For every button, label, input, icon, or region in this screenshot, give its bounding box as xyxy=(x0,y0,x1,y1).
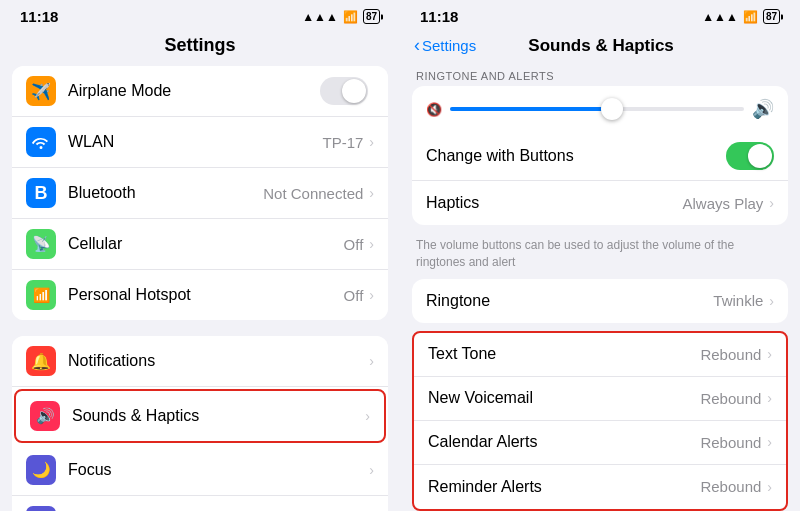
reminder-alerts-value: Rebound xyxy=(700,478,761,495)
right-signal-icon: ▲▲▲ xyxy=(702,10,738,24)
volume-slider-thumb[interactable] xyxy=(601,98,623,120)
right-battery-indicator: 87 xyxy=(763,9,780,24)
hotspot-value: Off xyxy=(344,287,364,304)
signal-icon: ▲▲▲ xyxy=(302,10,338,24)
right-status-bar: 11:18 ▲▲▲ 📶 87 xyxy=(400,0,800,29)
haptics-value: Always Play xyxy=(682,195,763,212)
left-status-icons: ▲▲▲ 📶 87 xyxy=(302,9,380,24)
text-tone-chevron: › xyxy=(767,346,772,362)
ringtone-label: Ringtone xyxy=(426,292,713,310)
cellular-label: Cellular xyxy=(68,235,344,253)
volume-slider-track[interactable] xyxy=(450,107,744,111)
ringtone-group: Ringtone Twinkle › xyxy=(412,279,788,323)
wlan-label: WLAN xyxy=(68,133,322,151)
row-hotspot[interactable]: 📶 Personal Hotspot Off › xyxy=(12,270,388,320)
wlan-chevron: › xyxy=(369,134,374,150)
volume-slider-fill xyxy=(450,107,612,111)
reminder-alerts-label: Reminder Alerts xyxy=(428,478,700,496)
sounds-chevron: › xyxy=(365,408,370,424)
airplane-label: Airplane Mode xyxy=(68,82,320,100)
airplane-toggle[interactable] xyxy=(320,77,368,105)
row-screen-time[interactable]: ⏱ Screen Time › xyxy=(12,496,388,511)
back-chevron-icon: ‹ xyxy=(414,35,420,56)
cellular-icon: 📡 xyxy=(26,229,56,259)
volume-info-text: The volume buttons can be used to adjust… xyxy=(412,233,788,279)
battery-indicator: 87 xyxy=(363,9,380,24)
focus-label: Focus xyxy=(68,461,369,479)
row-sounds-haptics[interactable]: 🔊 Sounds & Haptics › xyxy=(14,389,386,443)
notifications-chevron: › xyxy=(369,353,374,369)
reminder-alerts-chevron: › xyxy=(767,479,772,495)
volume-high-icon: 🔊 xyxy=(752,98,774,120)
left-status-time: 11:18 xyxy=(20,8,58,25)
nav-bar: ‹ Settings Sounds & Haptics xyxy=(400,29,800,62)
ringtone-alerts-group: 🔇 🔊 Change with Buttons Haptics Always P… xyxy=(412,86,788,225)
screen-time-icon: ⏱ xyxy=(26,506,56,511)
left-status-bar: 11:18 ▲▲▲ 📶 87 xyxy=(0,0,400,29)
ringtone-section-header: RINGTONE AND ALERTS xyxy=(412,62,788,86)
wifi-icon: 📶 xyxy=(343,10,358,24)
sounds-icon: 🔊 xyxy=(30,401,60,431)
settings-list: ✈️ Airplane Mode WLAN TP-17 › B Bluetoot… xyxy=(0,66,400,511)
right-content: RINGTONE AND ALERTS 🔇 🔊 Change with Butt… xyxy=(400,62,800,511)
new-voicemail-value: Rebound xyxy=(700,390,761,407)
sounds-label: Sounds & Haptics xyxy=(72,407,365,425)
focus-chevron: › xyxy=(369,462,374,478)
new-voicemail-label: New Voicemail xyxy=(428,389,700,407)
ringtone-chevron: › xyxy=(769,293,774,309)
right-page-title: Sounds & Haptics xyxy=(476,36,726,56)
calendar-alerts-label: Calendar Alerts xyxy=(428,433,700,451)
ringtone-value: Twinkle xyxy=(713,292,763,309)
row-notifications[interactable]: 🔔 Notifications › xyxy=(12,336,388,387)
row-change-with-buttons[interactable]: Change with Buttons xyxy=(412,132,788,181)
hotspot-chevron: › xyxy=(369,287,374,303)
right-wifi-icon: 📶 xyxy=(743,10,758,24)
volume-slider-row: 🔇 🔊 xyxy=(412,86,788,132)
right-phone-panel: 11:18 ▲▲▲ 📶 87 ‹ Settings Sounds & Hapti… xyxy=(400,0,800,511)
right-status-time: 11:18 xyxy=(420,8,458,25)
row-reminder-alerts[interactable]: Reminder Alerts Rebound › xyxy=(414,465,786,509)
haptics-label: Haptics xyxy=(426,194,682,212)
bluetooth-chevron: › xyxy=(369,185,374,201)
haptics-chevron: › xyxy=(769,195,774,211)
row-calendar-alerts[interactable]: Calendar Alerts Rebound › xyxy=(414,421,786,465)
row-wlan[interactable]: WLAN TP-17 › xyxy=(12,117,388,168)
calendar-alerts-chevron: › xyxy=(767,434,772,450)
hotspot-icon: 📶 xyxy=(26,280,56,310)
bluetooth-value: Not Connected xyxy=(263,185,363,202)
row-text-tone[interactable]: Text Tone Rebound › xyxy=(414,333,786,377)
text-tone-label: Text Tone xyxy=(428,345,700,363)
settings-group-1: ✈️ Airplane Mode WLAN TP-17 › B Bluetoot… xyxy=(12,66,388,320)
left-page-title: Settings xyxy=(0,29,400,66)
back-button[interactable]: ‹ Settings xyxy=(414,35,476,56)
notifications-icon: 🔔 xyxy=(26,346,56,376)
tones-group-outlined: Text Tone Rebound › New Voicemail Reboun… xyxy=(412,331,788,511)
row-bluetooth[interactable]: B Bluetooth Not Connected › xyxy=(12,168,388,219)
volume-low-icon: 🔇 xyxy=(426,102,442,117)
cellular-value: Off xyxy=(344,236,364,253)
left-phone-panel: 11:18 ▲▲▲ 📶 87 Settings ✈️ Airplane Mode xyxy=(0,0,400,511)
hotspot-label: Personal Hotspot xyxy=(68,286,344,304)
change-buttons-toggle[interactable] xyxy=(726,142,774,170)
right-status-icons: ▲▲▲ 📶 87 xyxy=(702,9,780,24)
wifi-settings-icon xyxy=(26,127,56,157)
bluetooth-label: Bluetooth xyxy=(68,184,263,202)
row-haptics[interactable]: Haptics Always Play › xyxy=(412,181,788,225)
change-buttons-label: Change with Buttons xyxy=(426,147,726,165)
bluetooth-icon: B xyxy=(26,178,56,208)
calendar-alerts-value: Rebound xyxy=(700,434,761,451)
row-ringtone[interactable]: Ringtone Twinkle › xyxy=(412,279,788,323)
wlan-value: TP-17 xyxy=(322,134,363,151)
new-voicemail-chevron: › xyxy=(767,390,772,406)
text-tone-value: Rebound xyxy=(700,346,761,363)
row-focus[interactable]: 🌙 Focus › xyxy=(12,445,388,496)
airplane-icon: ✈️ xyxy=(26,76,56,106)
row-new-voicemail[interactable]: New Voicemail Rebound › xyxy=(414,377,786,421)
settings-group-2: 🔔 Notifications › 🔊 Sounds & Haptics › 🌙… xyxy=(12,336,388,511)
row-airplane-mode[interactable]: ✈️ Airplane Mode xyxy=(12,66,388,117)
row-cellular[interactable]: 📡 Cellular Off › xyxy=(12,219,388,270)
back-label: Settings xyxy=(422,37,476,54)
focus-icon: 🌙 xyxy=(26,455,56,485)
notifications-label: Notifications xyxy=(68,352,369,370)
cellular-chevron: › xyxy=(369,236,374,252)
